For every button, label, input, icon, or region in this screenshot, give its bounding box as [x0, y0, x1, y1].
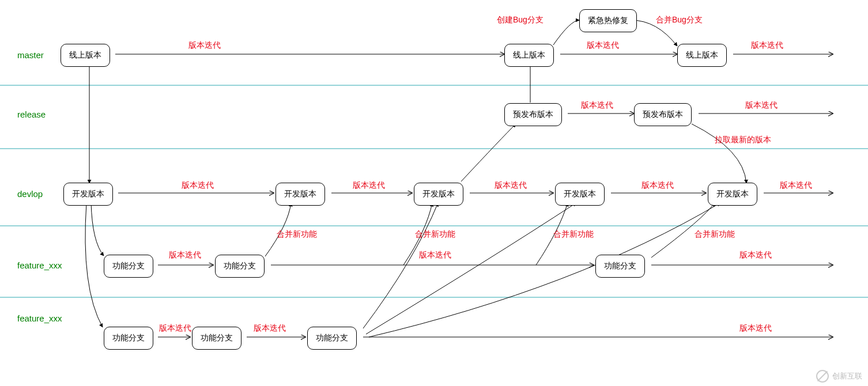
label-merge-bug: 合并Bug分支 — [656, 15, 703, 25]
label-iter-f2cend: 版本迭代 — [739, 323, 772, 334]
node-feat2-a: 功能分支 — [104, 327, 153, 350]
label-iter-r2end: 版本迭代 — [745, 100, 778, 111]
node-dev-v4: 开发版本 — [555, 183, 605, 206]
label-iter-m2m3: 版本迭代 — [587, 40, 619, 51]
label-merge1: 合并新功能 — [277, 229, 317, 240]
node-feat1-c: 功能分支 — [595, 255, 645, 278]
node-feat2-b: 功能分支 — [192, 327, 241, 350]
label-create-bug: 创建Bug分支 — [497, 15, 544, 25]
node-master-v3: 线上版本 — [677, 44, 727, 67]
node-master-v1: 线上版本 — [61, 44, 110, 67]
lane-release-label: release — [17, 109, 46, 119]
node-hotfix: 紧急热修复 — [579, 9, 637, 32]
label-iter-d2d3: 版本迭代 — [353, 180, 385, 191]
lane-feature2-label: feature_xxx — [17, 313, 62, 323]
node-dev-v5: 开发版本 — [708, 183, 757, 206]
node-dev-v1: 开发版本 — [63, 183, 113, 206]
label-pull-latest: 拉取最新的版本 — [715, 135, 771, 145]
label-iter-f1bc: 版本迭代 — [419, 250, 451, 260]
watermark: 创新互联 — [816, 370, 862, 383]
node-feat1-a: 功能分支 — [104, 255, 153, 278]
label-iter-d4d5: 版本迭代 — [641, 180, 674, 191]
node-dev-v3: 开发版本 — [414, 183, 463, 206]
label-merge4: 合并新功能 — [695, 229, 735, 240]
watermark-icon — [816, 370, 829, 383]
lane-feature1-label: feature_xxx — [17, 260, 62, 270]
node-feat1-b: 功能分支 — [215, 255, 265, 278]
node-feat2-c: 功能分支 — [307, 327, 357, 350]
lane-devlop-label: devlop — [17, 189, 43, 199]
label-iter-m1m2: 版本迭代 — [188, 40, 221, 51]
label-merge2: 合并新功能 — [415, 229, 455, 240]
node-dev-v2: 开发版本 — [276, 183, 325, 206]
watermark-text: 创新互联 — [832, 371, 862, 381]
label-iter-m3end: 版本迭代 — [751, 40, 783, 51]
node-release-v1: 预发布版本 — [504, 103, 562, 126]
label-iter-d5end: 版本迭代 — [780, 180, 812, 191]
label-iter-f1cend: 版本迭代 — [739, 250, 772, 260]
label-iter-d1d2: 版本迭代 — [182, 180, 214, 191]
label-iter-r1r2: 版本迭代 — [581, 100, 613, 111]
label-iter-f1ab: 版本迭代 — [169, 250, 201, 260]
label-merge3: 合并新功能 — [553, 229, 594, 240]
node-master-v2: 线上版本 — [504, 44, 554, 67]
label-iter-d3d4: 版本迭代 — [495, 180, 527, 191]
label-iter-f2ab: 版本迭代 — [159, 323, 191, 334]
label-iter-f2bc: 版本迭代 — [254, 323, 286, 334]
lane-master-label: master — [17, 50, 44, 60]
node-release-v2: 预发布版本 — [634, 103, 692, 126]
